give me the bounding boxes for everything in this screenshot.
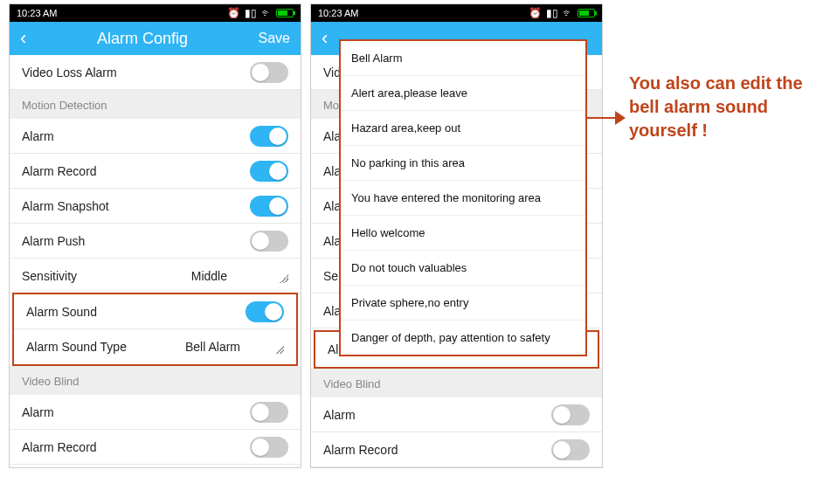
label-blind-alarm-2: Alarm: [323, 408, 356, 422]
row-blind-alarm-record[interactable]: Alarm Record: [10, 430, 301, 465]
popup-item[interactable]: Private sphere,no entry: [341, 286, 585, 321]
back-icon[interactable]: ‹: [322, 27, 328, 50]
popup-item[interactable]: Hazard area,keep out: [341, 111, 585, 146]
toggle-blind-alarm-2[interactable]: [551, 404, 590, 425]
toggle-blind-alarm-record[interactable]: [250, 437, 288, 458]
popup-item[interactable]: Danger of depth, pay attention to safety: [341, 321, 585, 355]
row-alarm-snapshot[interactable]: Alarm Snapshot: [10, 189, 301, 224]
label-blind-alarm: Alarm: [22, 405, 54, 419]
phone-screen-2: 10:23 AM ⏰ ▮▯ ᯤ ‹ Video Motio Alarm Alar…: [310, 3, 603, 468]
battery-icon: [578, 9, 595, 17]
phone-screen-1: 10:23 AM ⏰ ▮▯ ᯤ ‹ Alarm Config Save Vide…: [9, 3, 301, 468]
annotation-text: You also can edit the bell alarm sound y…: [629, 72, 821, 142]
popup-item[interactable]: Alert area,please leave: [341, 76, 585, 111]
label-sensitivity: Sensitivity: [22, 269, 77, 283]
signal-icon: ▮▯: [546, 7, 558, 19]
resize-handle-icon: [280, 274, 288, 283]
status-time: 10:23 AM: [318, 8, 358, 18]
toggle-alarm-push[interactable]: [250, 231, 288, 252]
status-icons: ⏰ ▮▯ ᯤ: [529, 7, 595, 19]
highlight-sound-group: Alarm Sound Alarm Sound Type Bell Alarm: [12, 293, 298, 366]
value-alarm-sound-type: Bell Alarm: [185, 340, 240, 354]
row-video-loss[interactable]: Video Loss Alarm: [10, 55, 301, 90]
status-time: 10:23 AM: [17, 8, 57, 18]
signal-icon: ▮▯: [245, 7, 257, 19]
wifi-icon: ᯤ: [261, 7, 272, 19]
label-video-loss: Video Loss Alarm: [22, 66, 117, 79]
toggle-blind-alarm-record-2[interactable]: [551, 439, 590, 460]
section-video-blind-2: Video Blind: [311, 369, 602, 397]
toggle-alarm-record[interactable]: [250, 161, 288, 182]
row-alarm-sound[interactable]: Alarm Sound: [14, 294, 296, 329]
label-blind-alarm-record-2: Alarm Record: [323, 443, 398, 457]
row-blind-alarm[interactable]: Alarm: [10, 395, 301, 430]
label-alarm-sound: Alarm Sound: [26, 305, 97, 319]
alarm-icon: ⏰: [529, 7, 542, 19]
wifi-icon: ᯤ: [563, 7, 573, 19]
row-alarm-sound-type[interactable]: Alarm Sound Type Bell Alarm: [14, 329, 296, 364]
label-alarm-push: Alarm Push: [22, 234, 85, 248]
label-alarm-snapshot: Alarm Snapshot: [22, 199, 109, 213]
popup-item[interactable]: Hello welcome: [341, 216, 585, 251]
toggle-blind-alarm[interactable]: [250, 402, 288, 423]
alarm-icon: ⏰: [227, 7, 240, 19]
popup-item[interactable]: Bell Alarm: [341, 41, 585, 76]
page-title: Alarm Config: [97, 30, 188, 48]
label-alarm: Alarm: [22, 129, 54, 143]
popup-item[interactable]: No parking in this area: [341, 146, 585, 181]
toggle-alarm-sound[interactable]: [246, 301, 284, 322]
popup-item[interactable]: Do not touch valuables: [341, 251, 585, 286]
value-sensitivity: Middle: [191, 269, 227, 283]
row-alarm-record[interactable]: Alarm Record: [10, 154, 301, 189]
row-alarm[interactable]: Alarm: [10, 119, 301, 154]
back-icon[interactable]: ‹: [20, 27, 26, 50]
status-bar: 10:23 AM ⏰ ▮▯ ᯤ: [311, 4, 602, 22]
row-alarm-push[interactable]: Alarm Push: [10, 224, 301, 259]
popup-item[interactable]: You have entered the monitoring area: [341, 181, 585, 216]
toggle-alarm-snapshot[interactable]: [250, 196, 288, 217]
label-blind-alarm-record: Alarm Record: [22, 440, 97, 454]
section-motion-detection: Motion Detection: [10, 90, 301, 119]
battery-icon: [276, 9, 294, 17]
row-blind-alarm-2[interactable]: Alarm: [311, 397, 602, 432]
resize-handle-icon: [275, 345, 284, 354]
app-header: ‹ Alarm Config Save: [10, 22, 301, 55]
section-video-blind: Video Blind: [10, 366, 301, 395]
sound-type-popup: Bell Alarm Alert area,please leave Hazar…: [339, 39, 587, 356]
row-blind-alarm-record-2[interactable]: Alarm Record: [311, 432, 602, 467]
label-alarm-record: Alarm Record: [22, 164, 97, 178]
row-sensitivity[interactable]: Sensitivity Middle: [10, 259, 301, 293]
status-bar: 10:23 AM ⏰ ▮▯ ᯤ: [10, 4, 301, 22]
toggle-video-loss[interactable]: [250, 62, 288, 83]
save-button[interactable]: Save: [259, 31, 290, 46]
label-alarm-sound-type: Alarm Sound Type: [26, 340, 127, 354]
toggle-alarm[interactable]: [250, 126, 288, 147]
stage: 10:23 AM ⏰ ▮▯ ᯤ ‹ Alarm Config Save Vide…: [0, 0, 830, 472]
status-icons: ⏰ ▮▯ ᯤ: [227, 7, 294, 19]
